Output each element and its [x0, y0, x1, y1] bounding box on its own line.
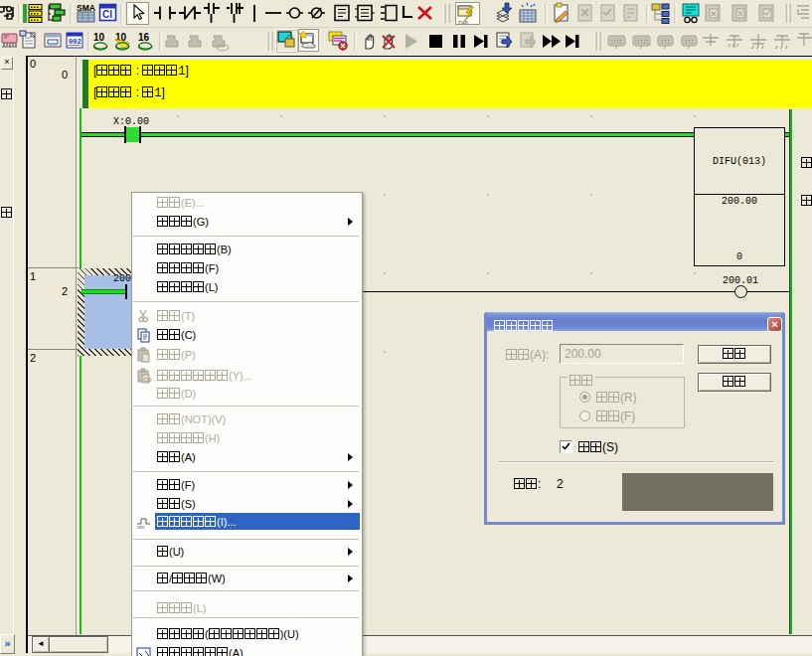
svg-text:ron: ron	[137, 524, 144, 530]
svg-text:16: 16	[138, 32, 150, 43]
svg-text:10: 10	[93, 32, 105, 43]
svg-text:CD: CD	[143, 377, 152, 383]
svg-text:CI: CI	[102, 9, 112, 20]
svg-text:002: 002	[69, 38, 81, 46]
svg-text:ron: ron	[458, 19, 468, 26]
